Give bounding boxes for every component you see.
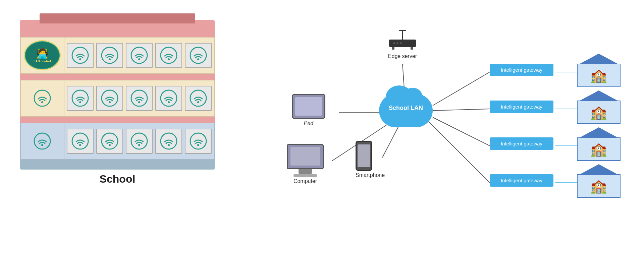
svg-point-1 <box>79 58 81 60</box>
lan-person-icon: 🧑‍💻 <box>37 48 48 59</box>
wifi-icon <box>190 47 207 64</box>
gateway-1: Intelligent gateway <box>490 64 553 76</box>
svg-point-17 <box>138 101 140 103</box>
svg-point-12 <box>72 90 88 106</box>
wifi-icon <box>130 132 148 150</box>
building-roof <box>20 20 215 37</box>
svg-point-9 <box>197 58 199 60</box>
computer-device: Computer <box>287 144 324 184</box>
svg-rect-47 <box>402 31 403 40</box>
pad-screen <box>295 97 322 116</box>
svg-rect-52 <box>392 47 394 50</box>
svg-point-6 <box>161 47 177 63</box>
svg-point-10 <box>34 90 50 106</box>
monitor-screen <box>290 147 320 166</box>
svg-point-20 <box>190 90 206 106</box>
floor-separator-2 <box>20 117 215 123</box>
svg-point-16 <box>131 90 147 106</box>
building-base <box>20 160 215 170</box>
house-1: 🏫 <box>577 54 621 87</box>
lan-control-panel: 🧑‍💻 LAN control <box>21 38 64 73</box>
svg-point-30 <box>161 133 177 149</box>
wifi-icon <box>71 47 89 64</box>
window-cell <box>155 86 182 111</box>
school-lan-cloud: School LAN <box>379 94 433 131</box>
svg-point-5 <box>138 58 140 60</box>
house-body-3: 🏫 <box>577 137 621 161</box>
classroom-4: 🏫 <box>577 164 621 198</box>
svg-point-28 <box>131 133 147 149</box>
window-cell <box>185 86 212 111</box>
classroom-1-icon: 🏫 <box>590 68 607 83</box>
network-diagram: Edge server School LAN Pad Computer Smar… <box>235 13 631 241</box>
classroom-4-icon: 🏫 <box>590 178 607 194</box>
house-3: 🏫 <box>577 127 621 161</box>
gateway-2-label: Intelligent gateway <box>501 104 542 110</box>
floor-2-left <box>21 80 64 116</box>
floor-2-windows <box>64 80 214 116</box>
wifi-icon-left-bottom <box>34 132 51 150</box>
svg-point-15 <box>109 101 111 103</box>
svg-point-14 <box>102 90 118 106</box>
house-body-2: 🏫 <box>577 101 621 124</box>
wifi-icon <box>160 89 177 107</box>
edge-server: Edge server <box>386 30 419 59</box>
smartphone-label: Smartphone <box>356 172 385 178</box>
svg-point-22 <box>34 133 50 149</box>
window-cell <box>155 43 182 68</box>
classroom-1: 🏫 <box>577 54 621 87</box>
svg-point-23 <box>41 144 43 146</box>
wifi-icon <box>160 132 177 150</box>
gateway-4-label: Intelligent gateway <box>501 178 542 183</box>
gateway-1-label: Intelligent gateway <box>501 67 542 73</box>
window-cell <box>96 43 123 68</box>
window-cell <box>126 129 153 154</box>
window-cell <box>126 43 153 68</box>
svg-point-11 <box>41 101 43 103</box>
svg-point-27 <box>109 144 111 146</box>
gateway-2: Intelligent gateway <box>490 101 553 113</box>
building: 🧑‍💻 LAN control <box>20 20 215 170</box>
svg-point-50 <box>396 42 398 44</box>
wifi-icon <box>190 89 207 107</box>
wifi-icon <box>160 47 177 64</box>
svg-point-26 <box>102 133 118 149</box>
lan-control-box: 🧑‍💻 LAN control <box>24 40 61 70</box>
floor-2 <box>20 80 215 117</box>
pad-label: Pad <box>292 120 325 126</box>
house-body-1: 🏫 <box>577 64 621 87</box>
house-body-4: 🏫 <box>577 174 621 198</box>
wifi-icon-left <box>34 89 51 107</box>
svg-point-33 <box>197 144 199 146</box>
monitor-base <box>293 174 317 177</box>
house-2: 🏫 <box>577 90 621 124</box>
connection-lines-svg <box>235 13 631 241</box>
computer-label: Computer <box>287 178 324 184</box>
school-lan-label: School LAN <box>379 105 433 112</box>
floor-3-windows <box>64 123 214 159</box>
house-4: 🏫 <box>577 164 621 198</box>
classroom-3-icon: 🏫 <box>590 141 607 157</box>
edge-server-label: Edge server <box>386 53 419 59</box>
floor-3 <box>20 123 215 160</box>
svg-point-29 <box>138 144 140 146</box>
window-cell <box>155 129 182 154</box>
lan-control-text: LAN control <box>34 60 51 63</box>
window-cell <box>185 43 212 68</box>
svg-line-40 <box>433 117 490 146</box>
svg-point-25 <box>79 144 81 146</box>
svg-point-21 <box>197 101 199 103</box>
pad-device: Pad <box>292 94 325 126</box>
svg-point-51 <box>400 42 402 44</box>
wifi-icon <box>71 89 89 107</box>
gateway-4: Intelligent gateway <box>490 174 553 187</box>
svg-point-4 <box>131 47 147 63</box>
wifi-icon <box>130 89 148 107</box>
window-cell <box>67 129 94 154</box>
svg-point-19 <box>168 101 170 103</box>
window-cell <box>96 129 123 154</box>
smartphone-device: Smartphone <box>356 141 385 178</box>
svg-point-32 <box>190 133 206 149</box>
window-cell <box>67 86 94 111</box>
monitor-icon <box>287 144 324 169</box>
